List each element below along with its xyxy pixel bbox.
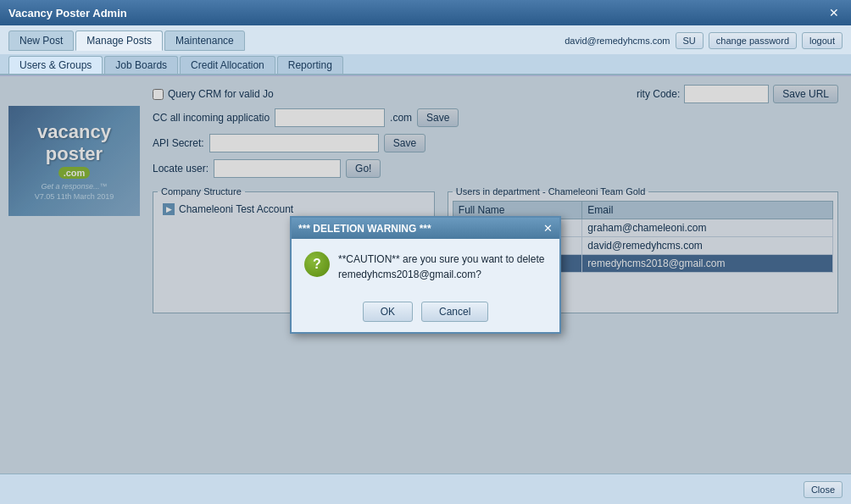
- tab-job-boards[interactable]: Job Boards: [104, 56, 178, 74]
- top-nav-area: New Post Manage Posts Maintenance david@…: [0, 25, 851, 76]
- tab-reporting[interactable]: Reporting: [277, 56, 343, 74]
- warning-icon: ?: [304, 252, 330, 277]
- user-email: david@remedyhcms.com: [565, 36, 670, 46]
- tab-new-post[interactable]: New Post: [8, 30, 74, 51]
- su-button[interactable]: SU: [676, 32, 704, 49]
- tab-users-groups[interactable]: Users & Groups: [8, 56, 103, 74]
- bottom-bar: Close: [0, 474, 851, 504]
- main-window: New Post Manage Posts Maintenance david@…: [0, 25, 851, 504]
- modal-title: *** DELETION WARNING ***: [298, 223, 431, 235]
- modal-buttons: OK Cancel: [292, 295, 559, 332]
- logout-button[interactable]: logout: [802, 32, 843, 49]
- tab-credit-allocation[interactable]: Credit Allocation: [180, 56, 275, 74]
- window-close-button[interactable]: ✕: [826, 6, 843, 19]
- content-area: vacancy poster .com Get a response...™ V…: [0, 76, 851, 474]
- deletion-warning-dialog: *** DELETION WARNING *** ✕ ? **CAUTION**…: [290, 216, 561, 334]
- modal-overlay: *** DELETION WARNING *** ✕ ? **CAUTION**…: [0, 76, 851, 474]
- change-password-button[interactable]: change password: [709, 32, 797, 49]
- title-bar: Vacancy Poster Admin ✕: [0, 0, 851, 25]
- tab-manage-posts[interactable]: Manage Posts: [75, 30, 163, 51]
- app-title: Vacancy Poster Admin: [8, 7, 127, 19]
- modal-ok-button[interactable]: OK: [363, 302, 413, 322]
- modal-cancel-button[interactable]: Cancel: [421, 302, 488, 322]
- nav-row-1: New Post Manage Posts Maintenance david@…: [0, 25, 851, 54]
- close-button[interactable]: Close: [804, 481, 843, 498]
- modal-titlebar: *** DELETION WARNING *** ✕: [292, 218, 559, 239]
- tab-maintenance[interactable]: Maintenance: [164, 30, 245, 51]
- modal-message: **CAUTION** are you sure you want to del…: [338, 252, 547, 282]
- primary-tabs: New Post Manage Posts Maintenance: [8, 30, 245, 51]
- nav-row-2: Users & Groups Job Boards Credit Allocat…: [0, 54, 851, 75]
- top-right-area: david@remedyhcms.com SU change password …: [565, 32, 843, 49]
- modal-close-button[interactable]: ✕: [543, 222, 553, 235]
- modal-body: ? **CAUTION** are you sure you want to d…: [292, 239, 559, 295]
